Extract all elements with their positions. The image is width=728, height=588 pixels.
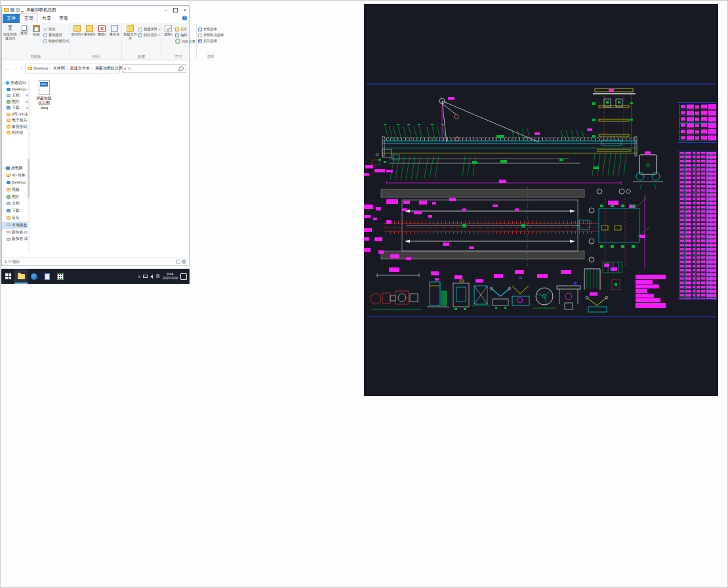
easy-access-button[interactable]: 轻松访问▾ [138,33,160,37]
taskbar-browser[interactable] [28,269,41,284]
sidebar-item-folder[interactable]: 相关组 [2,130,30,136]
minimize-button[interactable]: – [165,8,167,12]
cad-viewport[interactable] [364,4,718,396]
new-folder-button[interactable]: 新建文件夹 [123,24,138,54]
copy-to-button[interactable]: 复制到▾ [83,24,96,54]
paste-icon [33,25,40,32]
sidebar-item-desktop[interactable]: Desktop [2,179,30,186]
select-none-button[interactable]: 全部取消选择 [198,33,224,37]
breadcrumb-segment[interactable]: 新建文件夹 [70,66,90,71]
sidebar-item-3d-objects[interactable]: 3D 对象 [2,172,30,179]
sidebar-item-documents[interactable]: 文档 [2,92,30,99]
taskbar-clock[interactable]: 8:44 2021/3/29 [163,273,178,281]
copy-path-button[interactable]: 复制路径 [43,33,69,37]
folder-icon [7,113,10,116]
details-view-icon[interactable] [176,260,180,264]
tab-home[interactable]: 主页 [20,13,38,23]
file-explorer-icon [18,274,25,279]
sidebar-item-folder[interactable]: 电子相关文件 [2,117,30,124]
new-item-button[interactable]: 新建项目▾ [138,27,160,31]
breadcrumb-segment[interactable]: 大样图 [53,66,65,71]
tab-view[interactable]: 查看 [55,14,72,23]
nav-scrollbar[interactable] [28,80,30,250]
breadcrumb-separator-icon: › [91,66,94,70]
open-icon [175,28,179,31]
paste-shortcut-button[interactable]: 粘贴快捷方式 [43,39,69,43]
breadcrumb-segment[interactable]: 屏蔽加载机总图 [95,66,123,71]
breadcrumb-segment[interactable]: Desktop [33,66,48,70]
close-button[interactable]: × [184,8,186,12]
invert-selection-button[interactable]: 反向选择 [198,39,224,43]
breadcrumb-separator-icon: › [49,66,52,70]
paste-button[interactable]: 粘贴 [30,24,43,54]
sidebar-item-disk-e[interactable]: 新加卷 (E:) [2,235,30,243]
sidebar-item-pictures[interactable]: 图片 [2,193,30,201]
select-all-button[interactable]: 全部选择 [198,27,224,31]
open-button[interactable]: 打开 [175,27,195,31]
display-icon[interactable] [143,275,148,278]
music-icon [7,216,10,220]
search-input[interactable] [122,64,186,73]
cut-button[interactable]: 剪切 [43,27,69,31]
delete-icon [98,25,106,32]
properties-icon [165,25,172,32]
sidebar-item-music[interactable]: 音乐 [2,214,30,222]
thumbnail-view-icon[interactable] [182,260,186,264]
delete-button[interactable]: 删除▾ [96,24,108,54]
start-button[interactable] [1,269,14,284]
taskbar-document-app[interactable] [41,269,54,284]
tab-share[interactable]: 共享 [38,14,55,23]
rename-icon [111,25,118,32]
downloads-icon [7,106,10,109]
file-list[interactable]: DWG 屏蔽加载 机总图 .dwg [30,76,189,259]
edit-icon [175,33,179,37]
sidebar-item-documents[interactable]: 文档 [2,200,30,207]
speaker-icon[interactable] [150,275,153,279]
edit-button[interactable]: 编辑 [175,33,195,37]
copy-button[interactable]: 复制 [18,24,30,54]
help-icon[interactable]: ? [182,16,187,20]
disk-icon [7,231,10,233]
search-icon [179,66,184,71]
taskbar-file-explorer[interactable] [14,269,28,284]
quick-access-icon [5,81,10,85]
sidebar-item-videos[interactable]: 视频 [2,186,30,193]
sidebar-item-local-disk-c[interactable]: 本地磁盘 (C:) [2,222,30,229]
file-item-dwg[interactable]: DWG 屏蔽加载 机总图 .dwg [33,80,55,110]
quick-access-toolbar-icon[interactable] [16,8,20,12]
sidebar-item-desktop[interactable]: Desktop [2,87,30,93]
group-label-select: 选择 [197,54,224,59]
sidebar-section-this-pc[interactable]: ▾此电脑 [2,165,30,172]
sidebar-item-folder[interactable]: 备份密码文件 [2,124,30,130]
sidebar-item-pictures[interactable]: 图片 [2,99,30,106]
ribbon-group-select: 全部选择 全部取消选择 反向选择 选择 [197,23,224,60]
action-center-icon[interactable] [180,273,187,280]
quick-access-toolbar-icon[interactable] [10,8,14,12]
input-method-indicator[interactable]: 英 [155,273,160,279]
move-to-button[interactable]: 移动到▾ [71,24,83,54]
properties-button[interactable]: 属性▾ [162,24,174,54]
maximize-button[interactable] [173,8,178,12]
sidebar-section-quick-access[interactable]: ▾快速访问 [2,80,30,87]
quick-access-dropdown-icon[interactable] [21,9,24,12]
cad-drive-station [589,189,650,269]
tab-file[interactable]: 文件 [3,14,20,23]
forward-button[interactable]: → [12,66,18,71]
back-button[interactable]: ← [5,66,10,71]
sidebar-item-downloads[interactable]: 下载 [2,105,30,111]
sidebar-item-folder[interactable]: 9号-33-(扩大) [2,111,30,118]
pin-to-quick-access-button[interactable]: 固定到快速访问 [3,24,18,54]
address-bar: ← → ↑ Desktop › 大样图 › 新建文件夹 › 屏蔽加载机总图 ▾ … [2,60,189,76]
breadcrumb-separator-icon: › [66,66,69,70]
rename-button[interactable]: 重命名 [108,24,121,54]
history-button[interactable]: 历史记录 [175,39,195,44]
tray-expand-icon[interactable]: ∧ [138,274,140,279]
group-label-clipboard: 剪贴板 [2,54,70,59]
taskbar-spreadsheet-app[interactable] [54,269,67,284]
breadcrumb[interactable]: Desktop › 大样图 › 新建文件夹 › 屏蔽加载机总图 ▾ ↻ [25,64,120,73]
up-button[interactable]: ↑ [20,66,23,71]
videos-icon [7,188,10,191]
chevron-down-icon: ▾ [3,81,5,85]
sidebar-item-downloads[interactable]: 下载 [2,207,30,214]
sidebar-item-disk-d[interactable]: 新加卷 (D:) [2,229,30,236]
